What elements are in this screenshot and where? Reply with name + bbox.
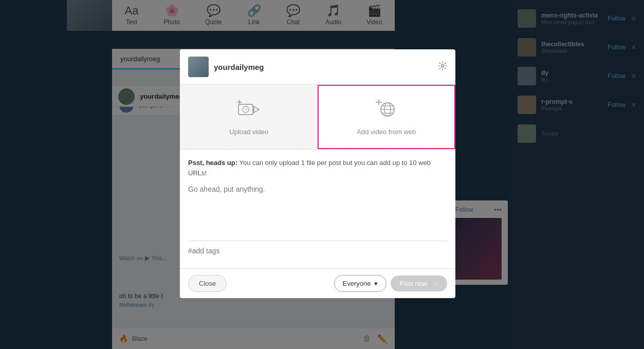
add-web-video-svg [374, 98, 399, 119]
post-now-arrow-icon[interactable]: ▾ [430, 280, 438, 287]
modal-header: yourdailymeg [180, 49, 455, 85]
post-now-button[interactable]: Post now ▾ [391, 275, 447, 291]
everyone-chevron-icon: ▾ [374, 280, 378, 287]
modal-footer: Close Everyone ▾ Post now ▾ [180, 268, 455, 298]
footer-right: Everyone ▾ Post now ▾ [334, 275, 447, 292]
modal-header-left: yourdailymeg [188, 57, 264, 77]
modal-title: yourdailymeg [214, 63, 264, 71]
upload-video-icon-wrap: ? [236, 98, 261, 123]
svg-point-0 [441, 64, 444, 67]
add-web-video-option[interactable]: Add video from web [318, 85, 456, 149]
upload-video-svg: ? [236, 98, 261, 119]
close-button[interactable]: Close [188, 275, 227, 292]
upload-video-option[interactable]: ? Upload video [180, 85, 318, 149]
post-input[interactable] [188, 185, 447, 226]
add-web-video-icon-wrap [374, 98, 399, 123]
tags-input[interactable] [188, 247, 447, 255]
upload-options: ? Upload video [180, 85, 455, 150]
everyone-label: Everyone [343, 280, 371, 287]
divider [188, 241, 447, 241]
gear-svg [438, 61, 447, 70]
post-now-label: Post now [400, 280, 427, 287]
notice-text: Psst, heads up: You can only upload 1 fi… [188, 158, 447, 178]
modal-user-avatar [188, 57, 209, 77]
modal: yourdailymeg ? [180, 49, 455, 298]
modal-body: Psst, heads up: You can only upload 1 fi… [180, 150, 455, 268]
notice-bold: Psst, heads up: [188, 159, 237, 167]
svg-text:?: ? [245, 107, 247, 113]
svg-marker-4 [254, 106, 259, 113]
upload-video-label: Upload video [229, 128, 268, 136]
gear-icon[interactable] [438, 61, 447, 73]
everyone-button[interactable]: Everyone ▾ [334, 275, 387, 292]
add-web-video-label: Add video from web [357, 128, 416, 136]
